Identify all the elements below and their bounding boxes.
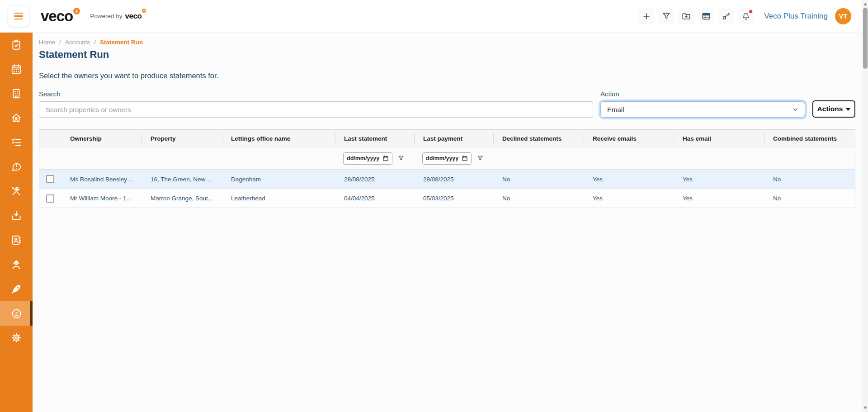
action-label: Action — [600, 90, 805, 98]
add-button[interactable] — [638, 8, 655, 24]
header-ownership[interactable]: Ownership — [61, 130, 142, 147]
sidebar-item-enquiries[interactable] — [0, 155, 33, 179]
action-select-value: Email — [607, 106, 624, 114]
veco-logo-plus-icon: + — [73, 8, 80, 14]
sidebar: £ — [0, 33, 33, 412]
calendar-small-icon — [382, 155, 389, 161]
table-filter-row: dd/mm/yyyy dd/mm/yyyy — [39, 147, 855, 170]
row-checkbox[interactable] — [46, 175, 54, 183]
tools-icon — [10, 185, 22, 197]
cell-has-email: Yes — [674, 170, 764, 189]
header-combined-statements[interactable]: Combined statements — [764, 130, 855, 147]
cell-receive-emails: Yes — [584, 189, 674, 208]
cell-last-payment: 28/08/2025 — [414, 170, 493, 189]
sidebar-item-properties[interactable] — [0, 81, 33, 106]
cell-combined-statements: No — [764, 170, 855, 189]
notification-dot — [749, 9, 753, 14]
scrollbar-thumb[interactable] — [863, 8, 868, 69]
page-subtitle: Select the owners you want to produce st… — [39, 71, 855, 80]
contact-card-icon — [10, 234, 22, 246]
header-lettings-office[interactable]: Lettings office name — [222, 130, 335, 147]
plus-icon — [642, 11, 651, 21]
powered-by-text: Powered by — [90, 13, 122, 19]
actions-button[interactable]: Actions — [812, 100, 855, 118]
veco-logo: veco + — [41, 9, 80, 24]
export-button[interactable] — [678, 8, 694, 24]
notifications-button[interactable] — [738, 8, 754, 24]
funnel-icon — [397, 155, 405, 162]
hamburger-menu-button[interactable] — [8, 6, 29, 27]
scroll-up-arrow-icon[interactable] — [863, 3, 867, 5]
breadcrumb-current: Statement Run — [100, 39, 143, 46]
header-property[interactable]: Property — [142, 130, 222, 147]
veco-logo-text: veco — [41, 9, 73, 24]
row-checkbox[interactable] — [46, 194, 54, 203]
hamburger-icon — [14, 13, 23, 14]
clipboard-check-icon — [10, 39, 22, 51]
breadcrumb-home[interactable]: Home — [39, 39, 55, 46]
sidebar-item-contacts[interactable] — [0, 228, 33, 252]
actions-button-label: Actions — [817, 105, 843, 113]
chat-alert-icon — [10, 161, 22, 173]
cell-lettings-office: Dagenham — [222, 170, 335, 189]
cell-lettings-office: Leatherhead — [222, 189, 335, 208]
cell-declined-statements: No — [493, 189, 584, 208]
cell-has-email: Yes — [674, 189, 764, 208]
last-payment-filter-button[interactable] — [476, 155, 484, 162]
cell-declined-statements: No — [493, 170, 584, 189]
breadcrumb-accounts[interactable]: Accounts — [65, 39, 90, 46]
cell-last-payment: 05/03/2025 — [414, 189, 493, 208]
permissions-button[interactable] — [718, 8, 734, 24]
checklist-icon — [10, 137, 22, 148]
last-payment-date-filter[interactable]: dd/mm/yyyy — [422, 152, 472, 165]
sidebar-item-marketing[interactable] — [0, 277, 33, 301]
last-statement-filter-button[interactable] — [397, 155, 405, 162]
vertical-scrollbar[interactable] — [862, 0, 868, 412]
cell-receive-emails: Yes — [584, 170, 674, 189]
cell-last-statement: 04/04/2025 — [335, 189, 414, 208]
house-person-icon — [10, 112, 22, 124]
cell-combined-statements: No — [764, 189, 855, 208]
sidebar-item-landlords[interactable] — [0, 106, 33, 130]
cell-property: 16, The Green, New ... — [142, 170, 222, 189]
table-header-row: Ownership Property Lettings office name … — [39, 130, 855, 147]
search-input[interactable] — [39, 101, 593, 118]
folder-export-icon — [681, 11, 691, 21]
sidebar-item-applicants[interactable] — [0, 130, 33, 155]
cell-last-statement: 28/08/2025 — [335, 170, 414, 189]
last-statement-date-filter[interactable]: dd/mm/yyyy — [343, 152, 392, 165]
sidebar-item-maintenance[interactable] — [0, 179, 33, 204]
sidebar-item-accounts[interactable]: £ — [0, 301, 33, 326]
main-content: Home / Accounts / Statement Run Statemen… — [33, 33, 862, 412]
header-declined-statements[interactable]: Declined statements — [493, 130, 584, 147]
statement-table: Ownership Property Lettings office name … — [39, 129, 855, 208]
action-select[interactable]: Email — [600, 101, 805, 118]
account-name[interactable]: Veco Plus Training — [764, 12, 828, 21]
header-receive-emails[interactable]: Receive emails — [584, 130, 674, 147]
sidebar-item-diary[interactable] — [0, 57, 33, 81]
header-last-payment[interactable]: Last payment — [414, 130, 493, 147]
header-checkbox-cell — [39, 130, 61, 147]
calendar-icon — [10, 63, 22, 75]
building-icon — [10, 88, 22, 99]
sidebar-item-settings[interactable] — [0, 326, 33, 350]
cell-property: Marron Grange, Sout... — [142, 189, 222, 208]
sidebar-item-contractors[interactable] — [0, 252, 33, 277]
sidebar-item-tasks[interactable] — [0, 33, 33, 57]
table-row[interactable]: Mr William Moore - 1... Marron Grange, S… — [39, 189, 855, 208]
header-last-statement[interactable]: Last statement — [335, 130, 414, 147]
calendar-small-icon — [462, 155, 468, 161]
powered-by: Powered by veco + — [90, 12, 146, 20]
controls-row: Search Action Email Actions — [39, 90, 855, 118]
sidebar-item-downloads[interactable] — [0, 204, 33, 228]
search-label: Search — [39, 90, 593, 98]
key-icon — [721, 11, 731, 21]
filter-button[interactable] — [658, 8, 675, 24]
breadcrumb-separator: / — [94, 39, 96, 46]
scroll-down-arrow-icon[interactable] — [863, 407, 867, 409]
table-row[interactable]: Ms Rosalind Beesley ... 16, The Green, N… — [39, 170, 855, 189]
avatar[interactable]: VT — [835, 8, 851, 24]
header-has-email[interactable]: Has email — [674, 130, 764, 147]
powered-veco-text: veco — [125, 12, 142, 20]
grid-view-button[interactable] — [698, 8, 714, 24]
